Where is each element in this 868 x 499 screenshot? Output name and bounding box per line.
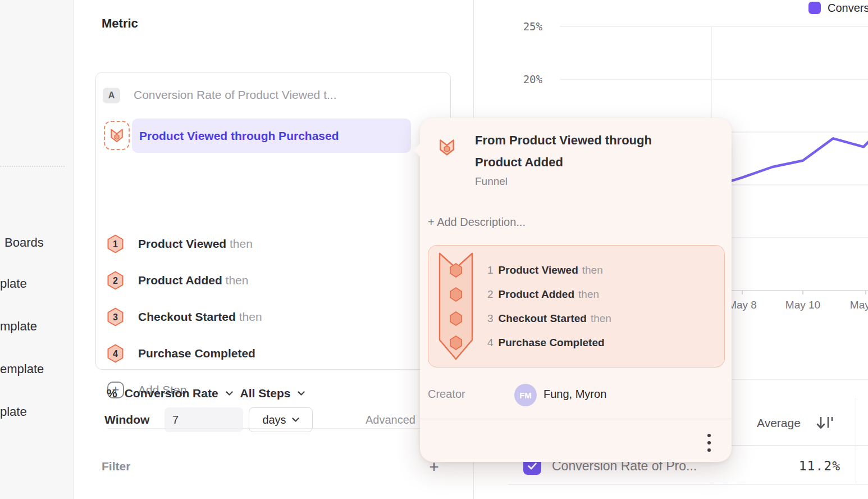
more-options-button[interactable] (703, 432, 715, 454)
sidebar-item-template-1[interactable]: plate (0, 275, 27, 292)
selected-funnel-event[interactable]: Product Viewed through Purchased (132, 119, 411, 153)
popover-footer-divider (420, 419, 732, 419)
svg-text:3: 3 (113, 312, 118, 322)
creator-name: Fung, Myron (543, 388, 606, 401)
sort-descending-icon[interactable] (815, 415, 837, 430)
series-a-badge: A (103, 88, 120, 103)
y-tick-label-20: 20% (523, 73, 543, 85)
x-tick-label-may12: May 12 (850, 299, 868, 311)
table-row-divider (508, 484, 868, 485)
popover-step-3: 3Checkout Startedthen (487, 311, 611, 326)
step-2-hexagon-icon: 2 (107, 271, 124, 290)
filter-section-heading: Filter (102, 460, 130, 473)
table-row-average-value: 11.2% (728, 459, 840, 473)
x-tick-label-may8: May 8 (728, 299, 757, 311)
sidebar-divider (0, 166, 65, 167)
sidebar-item-boards[interactable]: Boards (4, 234, 44, 251)
funnel-banner-icon (437, 251, 474, 362)
legend-swatch-icon (808, 2, 821, 14)
sidebar-item-template-4[interactable]: plate (0, 403, 27, 420)
left-sidebar: Boards plate mplate emplate plate (0, 0, 74, 499)
step-4-label: Purchase Completed (138, 344, 255, 363)
chevron-down-icon[interactable] (226, 391, 233, 396)
kebab-dot (707, 434, 711, 437)
app-screen: Boards plate mplate emplate plate Metric… (0, 0, 868, 499)
creator-label: Creator (428, 388, 465, 401)
funnel-drag-handle[interactable] (104, 121, 130, 150)
metric-definition-card: A Conversion Rate of Product Viewed t...… (95, 72, 451, 370)
funnel-step-row-4[interactable]: 4 Purchase Completed (96, 344, 450, 363)
kebab-dot (707, 441, 711, 444)
add-description-link[interactable]: + Add Description... (428, 216, 526, 229)
funnel-step-row-1[interactable]: 1 Product Viewed then (96, 234, 450, 253)
measured-as-row: % Conversion Rate All Steps (107, 381, 305, 406)
svg-text:4: 4 (113, 349, 118, 359)
chart-legend[interactable]: Conversion Rate of Pro... (808, 1, 868, 15)
table-column-separator (856, 398, 856, 484)
funnel-detail-popover: From Product Viewed through Product Adde… (420, 118, 732, 462)
popover-step-2: 2Product Addedthen (487, 287, 599, 302)
step-2-label: Product Added then (138, 271, 248, 290)
kebab-dot (707, 448, 711, 452)
popover-step-4: 4Purchase Completed (487, 335, 605, 350)
x-tick-label-may10: May 10 (785, 299, 820, 311)
funnel-icon (437, 137, 457, 157)
popover-type-label: Funnel (475, 175, 508, 188)
y-tick-label-25: 25% (523, 20, 543, 33)
popover-step-1: 1Product Viewedthen (487, 263, 603, 278)
sidebar-item-template-2[interactable]: mplate (0, 318, 37, 335)
funnel-icon (108, 127, 125, 144)
percent-sign: % (107, 387, 117, 400)
average-column-header[interactable]: Average (757, 416, 801, 430)
selected-funnel-event-label: Product Viewed through Purchased (139, 119, 339, 153)
chevron-down-icon[interactable] (298, 391, 305, 396)
creator-avatar: FM (514, 384, 537, 406)
section-divider (107, 428, 455, 429)
legend-label: Conversion Rate of Pro... (828, 2, 868, 15)
step-1-label: Product Viewed then (138, 234, 253, 253)
popover-title: From Product Viewed through Product Adde… (475, 129, 711, 173)
chevron-down-icon (292, 418, 299, 422)
steps-scope-dropdown[interactable]: All Steps (240, 387, 291, 400)
svg-text:1: 1 (113, 239, 118, 249)
series-title[interactable]: Conversion Rate of Product Viewed t... (134, 88, 336, 102)
step-4-hexagon-icon: 4 (107, 344, 124, 363)
step-3-label: Checkout Started then (138, 307, 262, 326)
svg-text:2: 2 (113, 276, 118, 285)
sidebar-item-template-3[interactable]: emplate (0, 361, 44, 378)
step-3-hexagon-icon: 3 (107, 307, 124, 326)
metric-section-heading: Metric (102, 16, 138, 31)
funnel-step-row-2[interactable]: 2 Product Added then (96, 271, 450, 290)
step-1-hexagon-icon: 1 (107, 234, 124, 253)
funnel-steps-summary-card: 1Product Viewedthen 2Product Addedthen 3… (428, 245, 725, 368)
measure-dropdown[interactable]: Conversion Rate (125, 387, 218, 400)
funnel-step-row-3[interactable]: 3 Checkout Started then (96, 307, 450, 326)
